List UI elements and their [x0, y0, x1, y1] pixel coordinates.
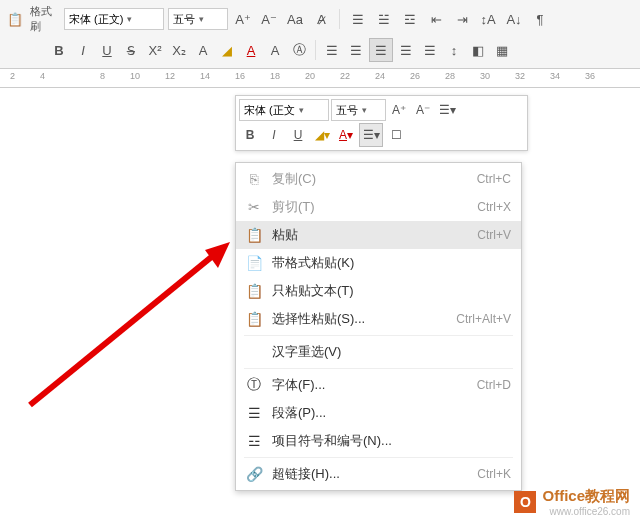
mini-bold-icon[interactable]: B	[239, 124, 261, 146]
format-brush-label: 格式刷	[30, 4, 60, 34]
decrease-indent-icon[interactable]: ⇤	[425, 8, 447, 30]
menu-paste[interactable]: 📋 粘贴 Ctrl+V	[236, 221, 521, 249]
mini-font-size-dropdown[interactable]: 五号	[331, 99, 386, 121]
enclose-icon[interactable]: Ⓐ	[288, 39, 310, 61]
mini-grow-font-icon[interactable]: A⁺	[388, 99, 410, 121]
bold-icon[interactable]: B	[48, 39, 70, 61]
align-justify-icon[interactable]: ☰	[369, 38, 393, 62]
bullets-menu-icon: ☲	[244, 433, 264, 449]
font-icon: Ⓣ	[244, 376, 264, 394]
align-left-icon[interactable]: ☰	[321, 39, 343, 61]
mini-font-name-dropdown[interactable]: 宋体 (正文	[239, 99, 329, 121]
mini-italic-icon[interactable]: I	[263, 124, 285, 146]
paste-text-icon: 📋	[244, 283, 264, 299]
paste-special-icon: 📋	[244, 311, 264, 327]
menu-paste-format[interactable]: 📄 带格式粘贴(K)	[236, 249, 521, 277]
menu-cut[interactable]: ✂ 剪切(T) Ctrl+X	[236, 193, 521, 221]
numbering-icon[interactable]: ☱	[373, 8, 395, 30]
menu-reconvert[interactable]: 汉字重选(V)	[236, 338, 521, 366]
italic-icon[interactable]: I	[72, 39, 94, 61]
hyperlink-icon: 🔗	[244, 466, 264, 482]
strikethrough-icon[interactable]: S̶	[120, 39, 142, 61]
align-right-icon[interactable]: ☰	[395, 39, 417, 61]
horizontal-ruler: 2 4 8 10 12 14 16 18 20 22 24 26 28 30 3…	[0, 69, 640, 88]
watermark: O Office教程网 www.office26.com	[514, 487, 630, 517]
menu-paste-special[interactable]: 📋 选择性粘贴(S)... Ctrl+Alt+V	[236, 305, 521, 333]
align-distribute-icon[interactable]: ☰	[419, 39, 441, 61]
multilevel-icon[interactable]: ☲	[399, 8, 421, 30]
copy-icon: ⎘	[244, 171, 264, 187]
align-center-icon[interactable]: ☰	[345, 39, 367, 61]
cut-icon: ✂	[244, 199, 264, 215]
char-shading-icon[interactable]: A	[264, 39, 286, 61]
underline-icon[interactable]: U	[96, 39, 118, 61]
change-case-icon[interactable]: Aa	[284, 8, 306, 30]
paragraph-icon: ☰	[244, 405, 264, 421]
font-size-dropdown[interactable]: 五号	[168, 8, 228, 30]
paste-icon[interactable]: 📋	[4, 8, 26, 30]
highlight-icon[interactable]: ◢	[216, 39, 238, 61]
subscript-icon[interactable]: X₂	[168, 39, 190, 61]
text-effects-icon[interactable]: A	[192, 39, 214, 61]
increase-indent-icon[interactable]: ⇥	[451, 8, 473, 30]
line-spacing-icon[interactable]: ↕	[443, 39, 465, 61]
sort-icon[interactable]: A↓	[503, 8, 525, 30]
format-marks-icon[interactable]: ¶	[529, 8, 551, 30]
menu-bullets[interactable]: ☲ 项目符号和编号(N)...	[236, 427, 521, 455]
superscript-icon[interactable]: X²	[144, 39, 166, 61]
mini-align-icon[interactable]: ☰▾	[359, 123, 383, 147]
clear-format-icon[interactable]: A̷	[310, 8, 332, 30]
ribbon-toolbar: 📋 格式刷 宋体 (正文) 五号 A⁺ A⁻ Aa A̷ ☰ ☱ ☲ ⇤ ⇥ ↕…	[0, 0, 640, 69]
menu-paste-text[interactable]: 📋 只粘贴文本(T)	[236, 277, 521, 305]
menu-paragraph[interactable]: ☰ 段落(P)...	[236, 399, 521, 427]
grow-font-icon[interactable]: A⁺	[232, 8, 254, 30]
watermark-url: www.office26.com	[542, 506, 630, 517]
paste-icon: 📋	[244, 227, 264, 243]
mini-highlight-icon[interactable]: ◢▾	[311, 124, 333, 146]
font-color-icon[interactable]: A	[240, 39, 262, 61]
paste-format-icon: 📄	[244, 255, 264, 271]
menu-font[interactable]: Ⓣ 字体(F)... Ctrl+D	[236, 371, 521, 399]
mini-format-icon[interactable]: ☐	[385, 124, 407, 146]
context-menu: ⎘ 复制(C) Ctrl+C ✂ 剪切(T) Ctrl+X 📋 粘贴 Ctrl+…	[235, 162, 522, 491]
text-direction-icon[interactable]: ↕A	[477, 8, 499, 30]
bullets-icon[interactable]: ☰	[347, 8, 369, 30]
shading-icon[interactable]: ◧	[467, 39, 489, 61]
watermark-text: Office教程网	[542, 487, 630, 504]
mini-shrink-font-icon[interactable]: A⁻	[412, 99, 434, 121]
font-name-dropdown[interactable]: 宋体 (正文)	[64, 8, 164, 30]
mini-bullets-icon[interactable]: ☰▾	[436, 99, 458, 121]
borders-icon[interactable]: ▦	[491, 39, 513, 61]
mini-toolbar: 宋体 (正文 五号 A⁺ A⁻ ☰▾ B I U ◢▾ A▾ ☰▾ ☐	[235, 95, 528, 151]
shrink-font-icon[interactable]: A⁻	[258, 8, 280, 30]
mini-underline-icon[interactable]: U	[287, 124, 309, 146]
mini-font-color-icon[interactable]: A▾	[335, 124, 357, 146]
menu-copy[interactable]: ⎘ 复制(C) Ctrl+C	[236, 165, 521, 193]
menu-hyperlink[interactable]: 🔗 超链接(H)... Ctrl+K	[236, 460, 521, 488]
watermark-logo-icon: O	[514, 491, 536, 513]
